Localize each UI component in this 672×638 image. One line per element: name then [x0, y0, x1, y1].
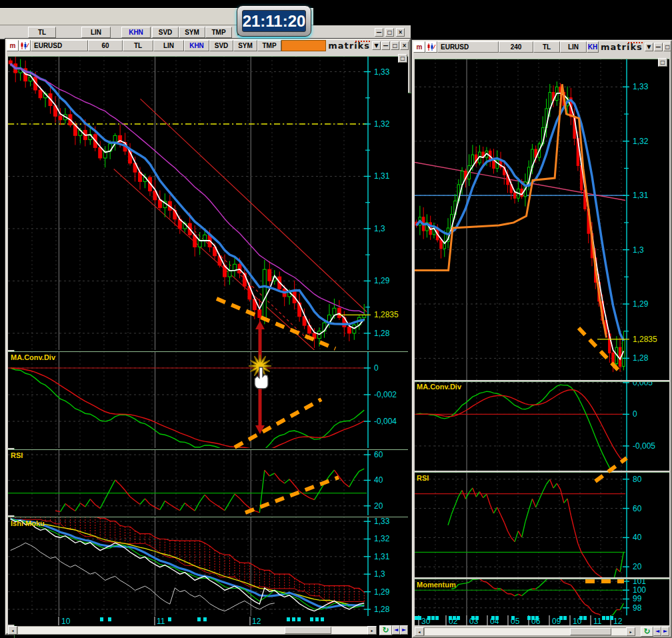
bg-minimize-button[interactable]: —	[375, 28, 383, 37]
right-macd-label: MA.Conv.Div	[417, 383, 461, 391]
svg-text:1,33: 1,33	[633, 82, 649, 91]
last-price-label: 1,2835	[633, 335, 657, 344]
svg-text:1,28: 1,28	[374, 329, 390, 338]
svg-text:1,33: 1,33	[374, 67, 390, 77]
right-price-panel[interactable]: 1,331,321,311,31,291,281,2835	[415, 59, 669, 380]
right-nav-left-button[interactable]: ◄	[653, 627, 661, 636]
right-rsi-label: RSI	[417, 474, 429, 482]
right-btn-tl[interactable]: TL	[533, 41, 560, 53]
left-macd-panel[interactable]: 0-0,002-0,004	[8, 351, 408, 448]
left-minimize-button[interactable]: —	[381, 41, 390, 50]
right-rsi-chart[interactable]: 80604020	[415, 472, 669, 577]
right-rsi-panel[interactable]: 80604020	[415, 472, 669, 577]
matriks-app-icon[interactable]: m	[7, 40, 19, 51]
left-symbol-cell[interactable]: EURUSD	[31, 40, 88, 51]
left-btn-sym[interactable]: SYM	[233, 40, 257, 51]
last-price-label: 1,2835	[374, 310, 399, 319]
right-time-axis: 30020304050609101112	[415, 615, 669, 625]
matriks-app-icon[interactable]: m	[413, 41, 425, 53]
right-macd-panel[interactable]: 0,0050-0,005	[415, 381, 669, 471]
right-price-chart[interactable]: 1,331,321,311,31,291,281,2835	[415, 59, 669, 380]
right-scrollbar-track[interactable]	[424, 627, 626, 636]
candlestick-chart-icon[interactable]	[19, 40, 31, 51]
right-symbol-cell[interactable]: EURUSD	[437, 41, 499, 53]
bg-btn-svd[interactable]: SVD	[152, 27, 179, 38]
right-macd-chart[interactable]: 0,0050-0,005	[415, 381, 669, 471]
left-rsi-label: RSI	[11, 451, 23, 459]
right-refresh-button[interactable]: ↻	[641, 627, 653, 637]
right-period-cell[interactable]: 240	[499, 41, 533, 53]
left-scroll-left-button[interactable]: ◂	[8, 626, 17, 635]
left-nav-left-button[interactable]: ◄	[392, 625, 400, 635]
right-scroll-right-button[interactable]: ▸	[626, 627, 635, 636]
svg-text:1,33: 1,33	[374, 517, 390, 526]
bg-btn-lin[interactable]: LIN	[81, 27, 111, 38]
bg-btn-khn[interactable]: KHN	[121, 27, 151, 38]
svg-text:20: 20	[633, 562, 642, 571]
right-minimize-button[interactable]: —	[654, 43, 663, 51]
right-scroll-left-button[interactable]: ◂	[415, 627, 424, 636]
svg-text:1,29: 1,29	[374, 276, 390, 285]
price-axis: 0,0050-0,005	[623, 381, 669, 471]
left-btn-lin[interactable]: LIN	[153, 40, 184, 51]
left-title-highlight-bar	[281, 40, 326, 51]
candlestick-chart-icon[interactable]	[425, 41, 437, 53]
left-ichimoku-label: Ishi Moku	[11, 519, 45, 527]
left-chart-restore-button[interactable]: □	[398, 54, 407, 63]
svg-text:100: 100	[633, 585, 646, 595]
svg-text:1,29: 1,29	[633, 299, 649, 309]
left-refresh-button[interactable]: ↻	[379, 625, 392, 635]
left-scrollbar-thumb[interactable]	[285, 627, 331, 634]
right-chart-restore-button[interactable]: □	[658, 58, 667, 67]
right-scrollbar-row: ◂ ▸ ↻ ◄ ►	[415, 626, 669, 637]
svg-text:60: 60	[374, 450, 383, 459]
svg-text:1,31: 1,31	[374, 552, 390, 561]
svg-text:20: 20	[374, 501, 383, 511]
svg-text:1,31: 1,31	[374, 171, 390, 181]
svg-text:1,32: 1,32	[374, 534, 390, 543]
left-ichi-panel[interactable]: 1,331,321,311,31,291,28	[8, 517, 408, 616]
price-axis: 0-0,002-0,004	[364, 351, 408, 448]
left-btn-tl[interactable]: TL	[123, 40, 153, 51]
bg-btn-tl[interactable]: TL	[28, 27, 56, 38]
left-price-chart[interactable]: 1,331,321,311,31,291,281,2835	[8, 56, 408, 350]
left-price-panel[interactable]: 1,331,321,311,31,291,281,2835	[8, 56, 408, 350]
left-ichi-chart[interactable]: 1,331,321,311,31,291,28	[8, 517, 408, 616]
right-scrollbar-thumb[interactable]	[570, 628, 611, 635]
svg-text:40: 40	[633, 533, 642, 542]
svg-text:0,005: 0,005	[633, 381, 653, 387]
svg-text:0: 0	[374, 363, 379, 373]
left-macd-chart[interactable]: 0-0,002-0,004	[8, 351, 408, 448]
left-rsi-panel[interactable]: 604020	[8, 449, 408, 515]
bg-maximize-button[interactable]: □	[385, 28, 394, 37]
bg-btn-tmp[interactable]: TMP	[205, 27, 232, 38]
svg-text:80: 80	[633, 475, 642, 484]
svg-text:1,3: 1,3	[374, 224, 385, 233]
left-btn-tmp[interactable]: TMP	[257, 40, 281, 51]
background-window-toolbar: TL LIN KHN SVD SYM TMP matriks — □ ×	[0, 25, 411, 39]
svg-text:12: 12	[613, 617, 623, 625]
left-scroll-right-button[interactable]: ▸	[367, 626, 377, 635]
bg-close-button[interactable]: ×	[396, 28, 405, 37]
svg-text:60: 60	[633, 504, 642, 513]
left-menu-button[interactable]: ▼	[372, 41, 381, 50]
left-scrollbar-track[interactable]	[17, 626, 367, 635]
left-close-button[interactable]: ×	[400, 41, 409, 50]
right-nav-right-button[interactable]: ►	[661, 627, 669, 636]
left-rsi-chart[interactable]: 604020	[8, 449, 408, 515]
left-btn-svd[interactable]: SVD	[209, 40, 233, 51]
svg-text:m: m	[417, 43, 423, 51]
svg-text:-0,005: -0,005	[633, 441, 655, 451]
price-axis: 604020	[364, 449, 408, 515]
left-maximize-button[interactable]: □	[391, 41, 399, 50]
right-maximize-button[interactable]: □	[663, 43, 671, 51]
right-btn-khn-clipped[interactable]: KH	[587, 41, 599, 53]
left-matriks-logo: matriks	[326, 40, 372, 52]
right-btn-lin[interactable]: LIN	[560, 41, 587, 53]
left-nav-right-button[interactable]: ►	[400, 625, 408, 635]
left-btn-khn[interactable]: KHN	[184, 40, 209, 51]
left-macd-label: MA.Conv.Div	[11, 353, 55, 361]
right-menu-button[interactable]: ▼	[645, 43, 653, 51]
bg-btn-sym[interactable]: SYM	[179, 27, 205, 38]
left-period-cell[interactable]: 60	[88, 40, 123, 51]
